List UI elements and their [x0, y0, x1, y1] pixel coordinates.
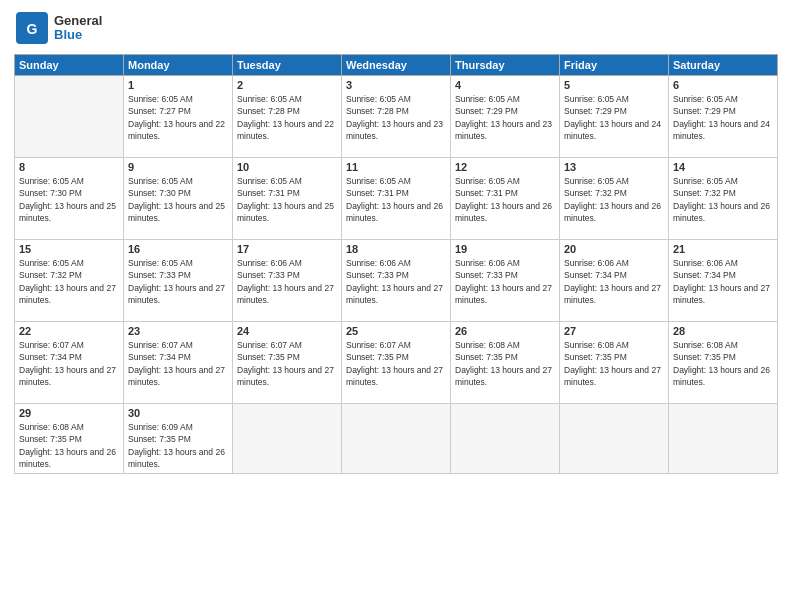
day-number: 22: [19, 325, 119, 337]
calendar-cell: 15 Sunrise: 6:05 AM Sunset: 7:32 PM Dayl…: [15, 240, 124, 322]
day-number: 3: [346, 79, 446, 91]
day-number: 1: [128, 79, 228, 91]
page: G General Blue SundayMondayTuesdayWednes…: [0, 0, 792, 612]
day-number: 23: [128, 325, 228, 337]
col-header-wednesday: Wednesday: [342, 55, 451, 76]
day-number: 17: [237, 243, 337, 255]
calendar-cell: 29 Sunrise: 6:08 AM Sunset: 7:35 PM Dayl…: [15, 404, 124, 474]
day-info: Sunrise: 6:05 AM Sunset: 7:31 PM Dayligh…: [455, 175, 555, 224]
day-number: 18: [346, 243, 446, 255]
day-number: 9: [128, 161, 228, 173]
day-info: Sunrise: 6:07 AM Sunset: 7:35 PM Dayligh…: [237, 339, 337, 388]
calendar-table: SundayMondayTuesdayWednesdayThursdayFrid…: [14, 54, 778, 474]
calendar-cell: 21 Sunrise: 6:06 AM Sunset: 7:34 PM Dayl…: [669, 240, 778, 322]
calendar-cell: [560, 404, 669, 474]
day-info: Sunrise: 6:07 AM Sunset: 7:34 PM Dayligh…: [19, 339, 119, 388]
day-number: 16: [128, 243, 228, 255]
day-number: 26: [455, 325, 555, 337]
logo-text-blue: Blue: [54, 28, 102, 42]
calendar-cell: 28 Sunrise: 6:08 AM Sunset: 7:35 PM Dayl…: [669, 322, 778, 404]
calendar-cell: 3 Sunrise: 6:05 AM Sunset: 7:28 PM Dayli…: [342, 76, 451, 158]
calendar-cell: [233, 404, 342, 474]
calendar-week-2: 8 Sunrise: 6:05 AM Sunset: 7:30 PM Dayli…: [15, 158, 778, 240]
day-info: Sunrise: 6:07 AM Sunset: 7:34 PM Dayligh…: [128, 339, 228, 388]
calendar-week-3: 15 Sunrise: 6:05 AM Sunset: 7:32 PM Dayl…: [15, 240, 778, 322]
calendar-cell: 25 Sunrise: 6:07 AM Sunset: 7:35 PM Dayl…: [342, 322, 451, 404]
calendar-cell: 9 Sunrise: 6:05 AM Sunset: 7:30 PM Dayli…: [124, 158, 233, 240]
calendar-cell: 16 Sunrise: 6:05 AM Sunset: 7:33 PM Dayl…: [124, 240, 233, 322]
day-info: Sunrise: 6:06 AM Sunset: 7:33 PM Dayligh…: [455, 257, 555, 306]
calendar-cell: 26 Sunrise: 6:08 AM Sunset: 7:35 PM Dayl…: [451, 322, 560, 404]
day-info: Sunrise: 6:05 AM Sunset: 7:30 PM Dayligh…: [19, 175, 119, 224]
calendar-cell: 6 Sunrise: 6:05 AM Sunset: 7:29 PM Dayli…: [669, 76, 778, 158]
header: G General Blue: [14, 10, 778, 46]
day-info: Sunrise: 6:06 AM Sunset: 7:34 PM Dayligh…: [564, 257, 664, 306]
day-info: Sunrise: 6:05 AM Sunset: 7:31 PM Dayligh…: [346, 175, 446, 224]
day-number: 6: [673, 79, 773, 91]
calendar-cell: 8 Sunrise: 6:05 AM Sunset: 7:30 PM Dayli…: [15, 158, 124, 240]
col-header-sunday: Sunday: [15, 55, 124, 76]
day-number: 27: [564, 325, 664, 337]
col-header-friday: Friday: [560, 55, 669, 76]
day-number: 8: [19, 161, 119, 173]
day-info: Sunrise: 6:08 AM Sunset: 7:35 PM Dayligh…: [455, 339, 555, 388]
day-info: Sunrise: 6:05 AM Sunset: 7:32 PM Dayligh…: [673, 175, 773, 224]
day-info: Sunrise: 6:06 AM Sunset: 7:34 PM Dayligh…: [673, 257, 773, 306]
calendar-cell: 18 Sunrise: 6:06 AM Sunset: 7:33 PM Dayl…: [342, 240, 451, 322]
day-info: Sunrise: 6:05 AM Sunset: 7:27 PM Dayligh…: [128, 93, 228, 142]
calendar-week-1: 1 Sunrise: 6:05 AM Sunset: 7:27 PM Dayli…: [15, 76, 778, 158]
calendar-cell: 1 Sunrise: 6:05 AM Sunset: 7:27 PM Dayli…: [124, 76, 233, 158]
calendar-cell: 5 Sunrise: 6:05 AM Sunset: 7:29 PM Dayli…: [560, 76, 669, 158]
day-number: 11: [346, 161, 446, 173]
day-info: Sunrise: 6:05 AM Sunset: 7:31 PM Dayligh…: [237, 175, 337, 224]
calendar-cell: 22 Sunrise: 6:07 AM Sunset: 7:34 PM Dayl…: [15, 322, 124, 404]
day-number: 20: [564, 243, 664, 255]
calendar-cell: 23 Sunrise: 6:07 AM Sunset: 7:34 PM Dayl…: [124, 322, 233, 404]
day-number: 25: [346, 325, 446, 337]
day-number: 5: [564, 79, 664, 91]
col-header-tuesday: Tuesday: [233, 55, 342, 76]
day-info: Sunrise: 6:06 AM Sunset: 7:33 PM Dayligh…: [346, 257, 446, 306]
day-info: Sunrise: 6:08 AM Sunset: 7:35 PM Dayligh…: [673, 339, 773, 388]
calendar-week-4: 22 Sunrise: 6:07 AM Sunset: 7:34 PM Dayl…: [15, 322, 778, 404]
logo-text-general: General: [54, 14, 102, 28]
day-number: 19: [455, 243, 555, 255]
calendar-cell: 27 Sunrise: 6:08 AM Sunset: 7:35 PM Dayl…: [560, 322, 669, 404]
day-info: Sunrise: 6:08 AM Sunset: 7:35 PM Dayligh…: [19, 421, 119, 470]
day-number: 30: [128, 407, 228, 419]
calendar-cell: 11 Sunrise: 6:05 AM Sunset: 7:31 PM Dayl…: [342, 158, 451, 240]
day-number: 10: [237, 161, 337, 173]
day-number: 15: [19, 243, 119, 255]
day-number: 21: [673, 243, 773, 255]
day-info: Sunrise: 6:05 AM Sunset: 7:29 PM Dayligh…: [673, 93, 773, 142]
day-info: Sunrise: 6:09 AM Sunset: 7:35 PM Dayligh…: [128, 421, 228, 470]
col-header-saturday: Saturday: [669, 55, 778, 76]
calendar-week-5: 29 Sunrise: 6:08 AM Sunset: 7:35 PM Dayl…: [15, 404, 778, 474]
day-info: Sunrise: 6:05 AM Sunset: 7:28 PM Dayligh…: [237, 93, 337, 142]
calendar-cell: 13 Sunrise: 6:05 AM Sunset: 7:32 PM Dayl…: [560, 158, 669, 240]
col-header-monday: Monday: [124, 55, 233, 76]
col-header-thursday: Thursday: [451, 55, 560, 76]
day-info: Sunrise: 6:05 AM Sunset: 7:29 PM Dayligh…: [564, 93, 664, 142]
day-info: Sunrise: 6:05 AM Sunset: 7:28 PM Dayligh…: [346, 93, 446, 142]
calendar-cell: [342, 404, 451, 474]
day-number: 12: [455, 161, 555, 173]
day-number: 28: [673, 325, 773, 337]
calendar-cell: 30 Sunrise: 6:09 AM Sunset: 7:35 PM Dayl…: [124, 404, 233, 474]
svg-text:G: G: [27, 21, 38, 37]
day-number: 2: [237, 79, 337, 91]
day-info: Sunrise: 6:08 AM Sunset: 7:35 PM Dayligh…: [564, 339, 664, 388]
day-info: Sunrise: 6:06 AM Sunset: 7:33 PM Dayligh…: [237, 257, 337, 306]
calendar-cell: 17 Sunrise: 6:06 AM Sunset: 7:33 PM Dayl…: [233, 240, 342, 322]
day-number: 14: [673, 161, 773, 173]
calendar-cell: 10 Sunrise: 6:05 AM Sunset: 7:31 PM Dayl…: [233, 158, 342, 240]
calendar-cell: 12 Sunrise: 6:05 AM Sunset: 7:31 PM Dayl…: [451, 158, 560, 240]
day-number: 29: [19, 407, 119, 419]
calendar-header-row: SundayMondayTuesdayWednesdayThursdayFrid…: [15, 55, 778, 76]
calendar-cell: [451, 404, 560, 474]
calendar-cell: 19 Sunrise: 6:06 AM Sunset: 7:33 PM Dayl…: [451, 240, 560, 322]
day-number: 13: [564, 161, 664, 173]
day-info: Sunrise: 6:05 AM Sunset: 7:33 PM Dayligh…: [128, 257, 228, 306]
day-number: 24: [237, 325, 337, 337]
day-info: Sunrise: 6:07 AM Sunset: 7:35 PM Dayligh…: [346, 339, 446, 388]
